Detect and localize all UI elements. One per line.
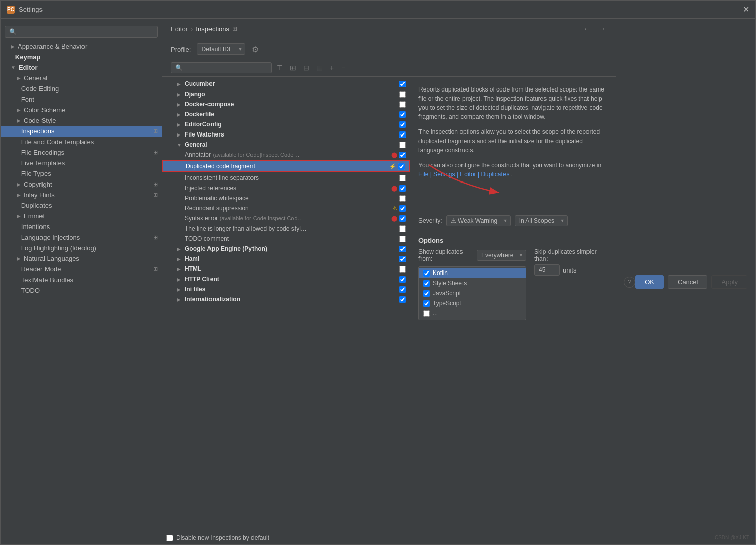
gear-button[interactable]: ⚙	[251, 44, 259, 54]
severity-select[interactable]: ⚠ Weak Warning Error Warning Info	[446, 215, 511, 226]
item-checkbox[interactable]	[399, 175, 406, 181]
lang-item-more[interactable]: ...	[419, 308, 526, 319]
tree-item-ini-files[interactable]: ▶ Ini files	[162, 284, 410, 294]
sidebar-item-duplicates[interactable]: Duplicates	[1, 200, 162, 211]
ok-button[interactable]: OK	[635, 275, 664, 289]
item-checkbox[interactable]	[399, 276, 406, 283]
sidebar-item-font[interactable]: Font	[1, 94, 162, 105]
tree-item-html[interactable]: ▶ HTML	[162, 264, 410, 274]
tree-item-cucumber[interactable]: ▶ Cucumber	[162, 79, 410, 89]
apply-button[interactable]: Apply	[711, 275, 747, 289]
item-checkbox[interactable]	[399, 246, 406, 252]
tree-item-annotator[interactable]: Annotator (available for Code|Inspect Co…	[162, 150, 410, 160]
item-checkbox[interactable]	[399, 91, 406, 98]
sidebar-item-reader-mode[interactable]: Reader Mode ⊞	[1, 264, 162, 275]
tree-item-redundant[interactable]: Redundant suppression ⚠	[162, 203, 410, 213]
lang-item-typescript[interactable]: TypeScript	[419, 298, 526, 308]
item-checkbox[interactable]	[399, 152, 406, 158]
sidebar-item-intentions[interactable]: Intentions	[1, 221, 162, 232]
item-checkbox[interactable]	[399, 142, 406, 148]
collapse-all-button[interactable]: ⊟	[301, 63, 311, 73]
add-button[interactable]: +	[328, 63, 336, 73]
tree-item-problematic-ws[interactable]: Problematic whitespace	[162, 193, 410, 203]
sidebar-item-inlay-hints[interactable]: ▶ Inlay Hints ⊞	[1, 190, 162, 200]
tree-item-duplicated-code[interactable]: Duplicated code fragment ⚡	[162, 160, 410, 172]
sidebar-item-keymap[interactable]: Keymap	[1, 52, 162, 62]
disable-new-inspections-label[interactable]: Disable new inspections by default	[166, 534, 269, 541]
sidebar-item-textmate-bundles[interactable]: TextMate Bundles	[1, 275, 162, 285]
nav-forward-button[interactable]: →	[597, 24, 608, 34]
sidebar-item-color-scheme[interactable]: ▶ Color Scheme	[1, 105, 162, 115]
item-checkbox[interactable]	[399, 195, 406, 202]
item-checkbox[interactable]	[399, 286, 406, 293]
filter-button[interactable]: ⊤	[275, 63, 285, 73]
tree-item-editorconfig[interactable]: ▶ EditorConfig	[162, 119, 410, 129]
lang-item-kotlin[interactable]: Kotlin	[419, 268, 526, 278]
tree-item-haml[interactable]: ▶ Haml	[162, 254, 410, 264]
item-checkbox[interactable]	[398, 163, 405, 170]
show-dup-dropdown[interactable]: Everywhere	[477, 250, 526, 261]
layout-button[interactable]: ▦	[314, 63, 325, 73]
lang-stylesheets-checkbox[interactable]	[423, 280, 430, 287]
item-checkbox[interactable]	[399, 296, 406, 303]
item-checkbox[interactable]	[399, 266, 406, 272]
scope-select[interactable]: In All Scopes	[515, 215, 568, 226]
item-checkbox[interactable]	[399, 101, 406, 108]
sidebar-item-file-encodings[interactable]: File Encodings ⊞	[1, 147, 162, 158]
tree-item-file-watchers[interactable]: ▶ File Watchers	[162, 129, 410, 140]
sidebar-item-file-types[interactable]: File Types	[1, 168, 162, 179]
tree-item-line-longer[interactable]: The line is longer than allowed by code …	[162, 223, 410, 234]
tree-item-dockerfile[interactable]: ▶ Dockerfile	[162, 109, 410, 119]
sidebar-item-live-templates[interactable]: Live Templates	[1, 158, 162, 168]
inspections-search-input[interactable]	[171, 62, 272, 73]
sidebar-item-appearance[interactable]: ▶ Appearance & Behavior	[1, 41, 162, 52]
item-checkbox[interactable]	[399, 225, 406, 232]
sidebar-item-file-code-templates[interactable]: File and Code Templates	[1, 137, 162, 147]
sidebar-item-copyright[interactable]: ▶ Copyright ⊞	[1, 179, 162, 190]
tree-item-syntax-error[interactable]: Syntax error (available for Code|Inspect…	[162, 213, 410, 223]
tree-item-general[interactable]: ▼ General	[162, 140, 410, 150]
desc-link[interactable]: File | Settings | Editor | Duplicates	[418, 171, 509, 178]
sidebar-item-editor[interactable]: ▼ Editor	[1, 62, 162, 73]
sidebar-item-emmet[interactable]: ▶ Emmet	[1, 211, 162, 221]
lang-more-checkbox[interactable]	[423, 310, 430, 317]
item-checkbox[interactable]	[399, 111, 406, 118]
sidebar-item-code-editing[interactable]: Code Editing	[1, 83, 162, 94]
sidebar-item-inspections[interactable]: Inspections ⊞	[1, 126, 162, 137]
lang-typescript-checkbox[interactable]	[423, 300, 430, 307]
tree-item-inconsistent[interactable]: Inconsistent line separators	[162, 173, 410, 183]
item-checkbox[interactable]	[399, 256, 406, 262]
item-checkbox[interactable]	[399, 81, 406, 87]
lang-item-javascript[interactable]: JavaScript	[419, 288, 526, 298]
item-checkbox[interactable]	[399, 131, 406, 138]
sidebar-item-general[interactable]: ▶ General	[1, 73, 162, 83]
tree-item-injected-refs[interactable]: Injected references ⬤	[162, 183, 410, 193]
tree-item-docker-compose[interactable]: ▶ Docker-compose	[162, 99, 410, 109]
sidebar-item-todo[interactable]: TODO	[1, 285, 162, 296]
help-button[interactable]: ?	[624, 277, 635, 288]
skip-value-input[interactable]	[534, 264, 560, 276]
sidebar-item-natural-languages[interactable]: ▶ Natural Languages	[1, 253, 162, 264]
item-checkbox[interactable]	[399, 205, 406, 212]
lang-kotlin-checkbox[interactable]	[423, 270, 430, 277]
close-button[interactable]: ✕	[743, 5, 749, 14]
expand-all-button[interactable]: ⊞	[288, 63, 298, 73]
remove-button[interactable]: −	[339, 63, 347, 73]
sidebar-search-input[interactable]	[5, 26, 158, 38]
item-checkbox[interactable]	[399, 185, 406, 192]
item-checkbox[interactable]	[399, 121, 406, 128]
disable-new-inspections-checkbox[interactable]	[166, 535, 173, 541]
lang-item-style-sheets[interactable]: Style Sheets	[419, 278, 526, 288]
tree-item-google-app[interactable]: ▶ Google App Engine (Python)	[162, 244, 410, 254]
lang-javascript-checkbox[interactable]	[423, 290, 430, 297]
tree-item-http-client[interactable]: ▶ HTTP Client	[162, 274, 410, 284]
tree-item-internationalization[interactable]: ▶ Internationalization	[162, 294, 410, 304]
nav-back-button[interactable]: ←	[581, 24, 593, 34]
tree-item-django[interactable]: ▶ Django	[162, 89, 410, 99]
item-checkbox[interactable]	[399, 236, 406, 242]
item-checkbox[interactable]	[399, 215, 406, 222]
profile-select[interactable]: Default IDE	[197, 43, 245, 55]
cancel-button[interactable]: Cancel	[668, 275, 707, 289]
sidebar-item-code-style[interactable]: ▶ Code Style	[1, 115, 162, 126]
tree-item-todo-comment[interactable]: TODO comment	[162, 234, 410, 244]
